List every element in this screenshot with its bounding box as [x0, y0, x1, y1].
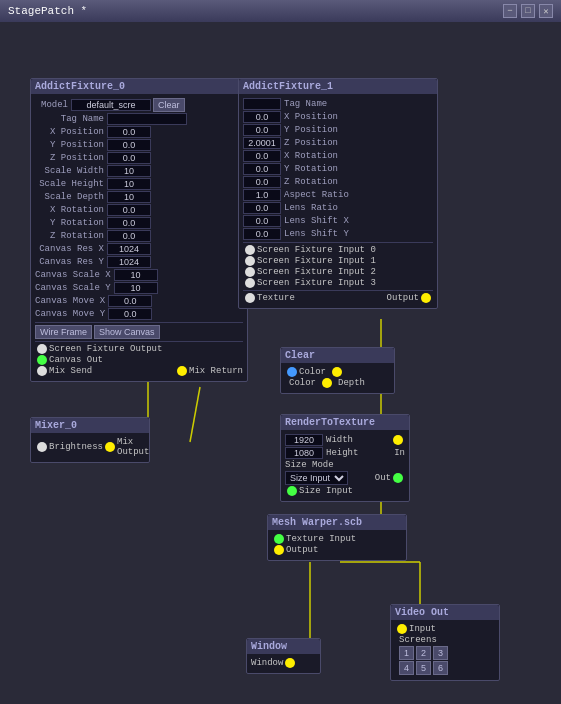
- fixture0-scaleheight-row: Scale Height: [35, 178, 243, 190]
- mixer-header: Mixer_0: [31, 418, 149, 433]
- fixture0-model-input[interactable]: [71, 99, 151, 111]
- fixture1-lensshifty-input[interactable]: [243, 228, 281, 240]
- fixture1-aspect-input[interactable]: [243, 189, 281, 201]
- clear-color-port-icon: [287, 367, 297, 377]
- mesh-output-row: Output: [272, 545, 402, 555]
- fixture0-scaledepth-input[interactable]: [107, 191, 151, 203]
- fixture1-texture-output-row: Texture Output: [243, 293, 433, 303]
- screen-6-button[interactable]: 6: [433, 661, 448, 675]
- fixture1-lensratio-input[interactable]: [243, 202, 281, 214]
- screen-2-button[interactable]: 2: [416, 646, 431, 660]
- fixture0-zrot-input[interactable]: [107, 230, 151, 242]
- minimize-button[interactable]: −: [503, 4, 517, 18]
- fixture0-scaleheight-input[interactable]: [107, 178, 151, 190]
- mesh-header: Mesh Warper.scb: [268, 515, 406, 530]
- videoout-input-icon: [397, 624, 407, 634]
- clear-color-label: Color: [299, 367, 326, 377]
- node-mixer-0: Mixer_0 Brightness Mix Output: [30, 417, 150, 463]
- show-canvas-button[interactable]: Show Canvas: [94, 325, 160, 339]
- fixture1-xpos-input[interactable]: [243, 111, 281, 123]
- fixture1-zrot-row: Z Rotation: [243, 176, 433, 188]
- close-button[interactable]: ✕: [539, 4, 553, 18]
- fixture1-aspect-row: Aspect Ratio: [243, 189, 433, 201]
- fixture0-canvas-out-port: Canvas Out: [35, 355, 243, 365]
- fixture1-xrot-row: X Rotation: [243, 150, 433, 162]
- render-width-input[interactable]: [285, 434, 323, 446]
- fixture0-clear-button[interactable]: Clear: [153, 98, 185, 112]
- fixture1-xrot-input[interactable]: [243, 150, 281, 162]
- fixture0-xpos-row: X Position: [35, 126, 243, 138]
- window-port-icon: [285, 658, 295, 668]
- fixture0-canvasscaley-input[interactable]: [114, 282, 158, 294]
- screen-1-button[interactable]: 1: [399, 646, 414, 660]
- fixture1-yrot-input[interactable]: [243, 163, 281, 175]
- fixture0-canvasscalex-input[interactable]: [114, 269, 158, 281]
- fixture1-zrot-label: Z Rotation: [281, 177, 338, 187]
- node-addict-fixture-1: AddictFixture_1 Tag Name X Position Y Po…: [238, 78, 438, 309]
- fixture0-canvasmovey-row: Canvas Move Y: [35, 308, 243, 320]
- fixture0-canvasmovey-input[interactable]: [108, 308, 152, 320]
- fixture0-yrot-input[interactable]: [107, 217, 151, 229]
- screen-fixture-input0-icon: [245, 245, 255, 255]
- fixture0-zpos-input[interactable]: [107, 152, 151, 164]
- fixture0-tagname-label: Tag Name: [35, 114, 107, 124]
- fixture0-canvasmovex-input[interactable]: [108, 295, 152, 307]
- videoout-screens-row: Screens: [395, 635, 495, 645]
- mixer-mix-output-icon: [105, 442, 115, 452]
- fixture0-canvasresy-row: Canvas Res Y: [35, 256, 243, 268]
- fixture1-lensshiftx-input[interactable]: [243, 215, 281, 227]
- videoout-screens-btns-row1: 1 2 3: [395, 646, 495, 660]
- clear-depth-label: Color: [285, 378, 316, 388]
- canvas-out-icon: [37, 355, 47, 365]
- render-width-label: Width: [323, 435, 353, 445]
- fixture1-zrot-input[interactable]: [243, 176, 281, 188]
- videoout-header: Video Out: [391, 605, 499, 620]
- svg-line-8: [190, 387, 200, 442]
- render-in-label: In: [394, 448, 405, 458]
- mix-return-label: Mix Return: [189, 366, 243, 376]
- fixture0-xrot-input[interactable]: [107, 204, 151, 216]
- mesh-texture-input-label: Texture Input: [286, 534, 356, 544]
- maximize-button[interactable]: □: [521, 4, 535, 18]
- screen-4-button[interactable]: 4: [399, 661, 414, 675]
- mesh-output-label: Output: [286, 545, 318, 555]
- mixer-brightness-icon: [37, 442, 47, 452]
- fixture1-ypos-input[interactable]: [243, 124, 281, 136]
- fixture0-canvasresx-label: Canvas Res X: [35, 244, 107, 254]
- fixture1-tagname-input[interactable]: [243, 98, 281, 110]
- fixture1-zpos-input[interactable]: [243, 137, 281, 149]
- fixture1-xrot-label: X Rotation: [281, 151, 338, 161]
- clear-depth-text: Depth: [334, 378, 365, 388]
- fixture1-zpos-label: Z Position: [281, 138, 338, 148]
- mix-send-label: Mix Send: [49, 366, 92, 376]
- fixture0-ypos-row: Y Position: [35, 139, 243, 151]
- node-mesh-warper: Mesh Warper.scb Texture Input Output: [267, 514, 407, 561]
- fixture0-canvasresy-input[interactable]: [107, 256, 151, 268]
- render-height-label: Height: [323, 448, 358, 458]
- fixture1-xpos-row: X Position: [243, 111, 433, 123]
- wire-frame-button[interactable]: Wire Frame: [35, 325, 92, 339]
- fixture0-ypos-input[interactable]: [107, 139, 151, 151]
- fixture1-texture-icon: [245, 293, 255, 303]
- fixture0-canvasscaley-label: Canvas Scale Y: [35, 283, 114, 293]
- render-in-icon: [393, 435, 403, 445]
- screen-fixture-input3-label: Screen Fixture Input 3: [257, 278, 376, 288]
- fixture0-canvasresx-input[interactable]: [107, 243, 151, 255]
- render-sizemode-select[interactable]: Size Input Fixed: [285, 471, 348, 485]
- screen-5-button[interactable]: 5: [416, 661, 431, 675]
- screen-fixture-input1-icon: [245, 256, 255, 266]
- window-title: StagePatch *: [8, 5, 87, 17]
- render-sizeinput-port: Size Input: [285, 486, 405, 496]
- screen-fixture-input0-label: Screen Fixture Input 0: [257, 245, 376, 255]
- render-height-input[interactable]: [285, 447, 323, 459]
- fixture0-xpos-input[interactable]: [107, 126, 151, 138]
- fixture1-zpos-row: Z Position: [243, 137, 433, 149]
- fixture0-ypos-label: Y Position: [35, 140, 107, 150]
- fixture0-tagname-input[interactable]: [107, 113, 187, 125]
- fixture0-scalewidth-input[interactable]: [107, 165, 151, 177]
- screen-3-button[interactable]: 3: [433, 646, 448, 660]
- fixture1-header: AddictFixture_1: [239, 79, 437, 94]
- patch-canvas: AddictFixture_0 Model Clear Tag Name X P…: [0, 22, 561, 704]
- render-out-icon: [393, 473, 403, 483]
- window-port-label: Window: [251, 658, 283, 668]
